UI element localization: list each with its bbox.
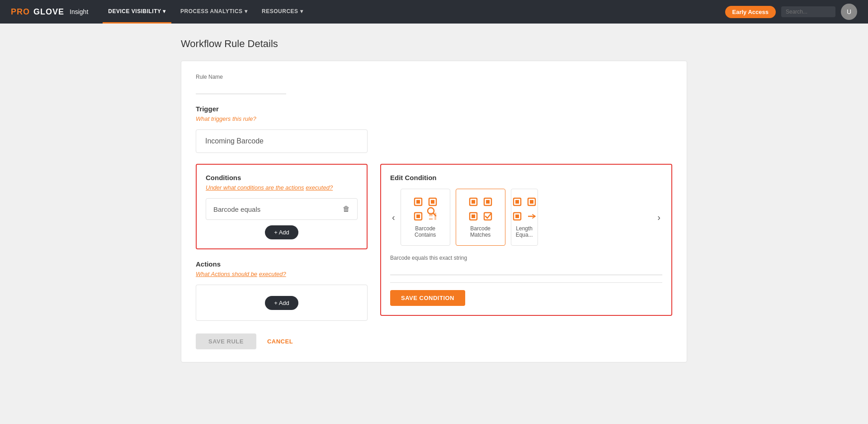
condition-card-barcode-contains[interactable]: Barcode Contains: [401, 189, 450, 246]
barcode-length-icon: [512, 196, 537, 222]
early-access-button[interactable]: Early Access: [725, 6, 776, 18]
barcode-matches-label: Barcode Matches: [462, 225, 500, 238]
condition-label: Barcode equals: [213, 205, 260, 213]
svg-rect-16: [486, 200, 490, 204]
bottom-buttons: SAVE RULE CANCEL: [196, 333, 368, 349]
main-content: Workflow Rule Details Rule Name Trigger …: [163, 24, 705, 377]
barcode-contains-label: Barcode Contains: [406, 225, 444, 238]
logo-pro: PRO: [11, 7, 30, 17]
nav-links: Device Visibility ▾ Process Analytics ▾ …: [103, 0, 710, 24]
length-equal-label: Length Equa...: [516, 225, 533, 238]
actions-sub-text: What Actions should be: [196, 271, 257, 277]
svg-rect-14: [472, 214, 475, 218]
logo: PROGLOVE Insight: [11, 7, 88, 17]
carousel-next-arrow[interactable]: ›: [656, 210, 662, 224]
nav-process-analytics-label: Process Analytics: [180, 8, 243, 14]
actions-sub-link[interactable]: executed?: [259, 271, 286, 277]
left-column: Conditions Under what conditions are the…: [196, 164, 368, 349]
nav-resources-label: Resources: [262, 8, 298, 14]
actions-header: Actions: [196, 260, 368, 268]
barcode-check-icon: [468, 196, 493, 222]
save-condition-button[interactable]: SAVE CONDITION: [390, 290, 465, 306]
chevron-down-icon: ▾: [163, 8, 166, 14]
conditions-section: Conditions Under what conditions are the…: [196, 164, 368, 249]
carousel-items: Barcode Contains: [401, 189, 652, 246]
svg-rect-1: [416, 200, 420, 204]
right-column: Edit Condition ‹: [380, 164, 672, 316]
svg-rect-21: [515, 214, 519, 218]
svg-rect-5: [431, 200, 434, 204]
actions-sub: What Actions should be executed?: [196, 271, 368, 277]
conditions-sub-text: Under what conditions are the actions: [206, 184, 304, 191]
svg-rect-19: [515, 200, 519, 204]
condition-type-carousel: ‹: [390, 189, 662, 246]
actions-section: Actions What Actions should be executed?…: [196, 260, 368, 321]
trigger-section: Trigger What triggers this rule? Incomin…: [196, 105, 368, 153]
condition-card-barcode-matches[interactable]: Barcode Matches: [456, 189, 505, 246]
delete-condition-icon[interactable]: 🗑: [343, 205, 350, 213]
svg-rect-12: [472, 200, 475, 204]
workflow-card: Rule Name Trigger What triggers this rul…: [181, 61, 687, 362]
save-rule-button[interactable]: SAVE RULE: [196, 333, 256, 349]
edit-condition-panel: Edit Condition ‹: [380, 164, 672, 316]
barcode-search-icon: [413, 196, 438, 222]
nav-device-visibility[interactable]: Device Visibility ▾: [103, 0, 171, 24]
cancel-button[interactable]: CANCEL: [264, 333, 297, 349]
condition-input-label: Barcode equals this exact string: [390, 255, 662, 261]
divider: [390, 282, 662, 283]
actions-box: + Add: [196, 285, 368, 321]
edit-condition-title: Edit Condition: [390, 174, 662, 181]
two-col-layout: Conditions Under what conditions are the…: [196, 164, 672, 349]
svg-rect-23: [530, 200, 533, 204]
add-condition-button[interactable]: + Add: [265, 225, 298, 239]
conditions-header: Conditions: [206, 174, 358, 181]
trigger-value: Incoming Barcode: [205, 137, 358, 145]
conditions-sub: Under what conditions are the actions ex…: [206, 184, 358, 191]
trigger-box: Incoming Barcode: [196, 129, 368, 153]
condition-input-section: Barcode equals this exact string: [390, 255, 662, 282]
page-title: Workflow Rule Details: [181, 38, 687, 50]
navbar: PROGLOVE Insight Device Visibility ▾ Pro…: [0, 0, 868, 24]
rule-name-section: Rule Name: [196, 74, 672, 94]
svg-rect-7: [429, 218, 433, 220]
svg-rect-3: [416, 214, 420, 218]
trigger-sub: What triggers this rule?: [196, 115, 368, 122]
rule-name-input[interactable]: [196, 83, 286, 94]
chevron-down-icon: ▾: [300, 8, 303, 14]
condition-value-input[interactable]: [390, 264, 662, 275]
condition-item: Barcode equals 🗑: [206, 198, 358, 220]
chevron-down-icon: ▾: [245, 8, 248, 14]
search-input[interactable]: [781, 6, 835, 17]
nav-device-visibility-label: Device Visibility: [108, 8, 161, 14]
condition-card-length-equal[interactable]: Length Equa...: [511, 189, 538, 246]
nav-process-analytics[interactable]: Process Analytics ▾: [175, 0, 253, 24]
logo-glove: GLOVE: [33, 7, 64, 17]
carousel-prev-arrow[interactable]: ‹: [390, 210, 397, 224]
avatar[interactable]: U: [841, 4, 857, 20]
nav-right: Early Access U: [725, 4, 857, 20]
conditions-sub-link[interactable]: executed?: [306, 184, 333, 191]
add-action-button[interactable]: + Add: [265, 296, 298, 310]
rule-name-label: Rule Name: [196, 74, 672, 80]
nav-resources[interactable]: Resources ▾: [256, 0, 308, 24]
logo-insight: Insight: [70, 8, 88, 15]
trigger-header: Trigger: [196, 105, 368, 113]
